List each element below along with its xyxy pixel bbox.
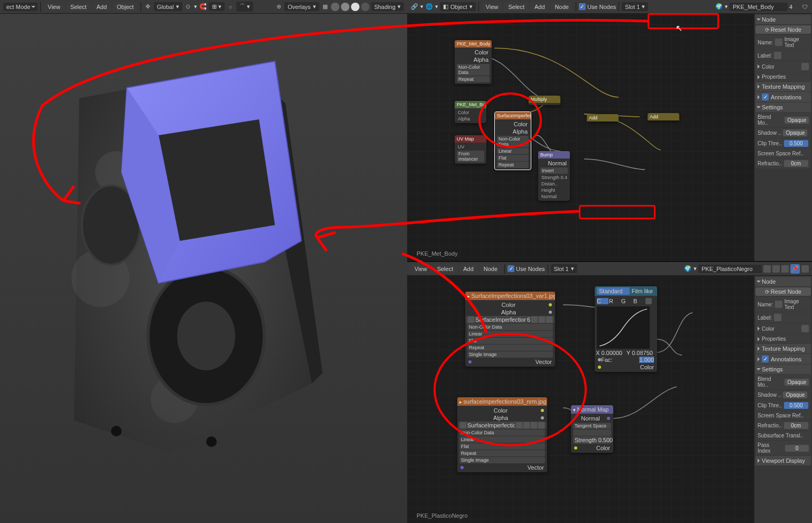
list-icon[interactable] xyxy=(801,63,809,70)
shading-lookdev-icon[interactable] xyxy=(351,3,359,11)
ne2-view[interactable]: View xyxy=(410,264,431,274)
curve-y[interactable]: Y 0.08750 xyxy=(626,350,656,356)
ne-node[interactable]: Node xyxy=(551,2,573,12)
refraction[interactable]: 0cm xyxy=(784,160,808,167)
curve-x[interactable]: X 0.00000 xyxy=(596,350,625,356)
graph-label-bottom: PKE_PlasticoNegro xyxy=(417,512,468,519)
unlink-icon[interactable] xyxy=(546,316,552,323)
blend-mode[interactable]: Opaque xyxy=(785,117,809,124)
xray-icon[interactable]: ▦ xyxy=(321,3,329,11)
shading-dropdown[interactable]: Shading ▾ xyxy=(371,2,404,11)
sect-color[interactable]: Color xyxy=(762,64,774,70)
editor-type-icon[interactable]: 🔗 xyxy=(410,3,419,11)
folder-icon[interactable] xyxy=(539,316,545,323)
node-imgtex-small[interactable]: PKE_Met_Body ColorAlpha xyxy=(455,101,486,123)
shadow-mode[interactable]: Opaque xyxy=(783,129,807,136)
shading-solid-icon[interactable] xyxy=(341,3,349,11)
ne2-select[interactable]: Select xyxy=(433,264,458,274)
unlink-icon[interactable] xyxy=(538,422,545,428)
pivot-icon[interactable]: ⊙ xyxy=(184,3,192,11)
projection-dropdown[interactable]: Flat xyxy=(467,338,553,344)
proportional-icon[interactable]: ○ xyxy=(226,3,235,11)
folder-icon[interactable] xyxy=(531,422,537,428)
ch-b[interactable]: B xyxy=(633,298,645,304)
sect-properties[interactable]: Properties xyxy=(762,74,786,80)
use-nodes-check[interactable] xyxy=(579,3,586,10)
sect-texmap[interactable]: Texture Mapping xyxy=(762,83,805,90)
node-normal-map[interactable]: ▾ Normal Map Normal Tangent Space Streng… xyxy=(571,405,613,453)
ne2-add[interactable]: Add xyxy=(459,264,478,274)
node-add[interactable]: Add xyxy=(587,114,619,122)
curve-widget[interactable] xyxy=(597,306,650,349)
shading-rendered-icon[interactable] xyxy=(361,3,370,11)
use-nodes-check-2[interactable] xyxy=(508,265,514,272)
node-imgtex-nrm[interactable]: ▸ surfaceimperfections03_nrm.jpg Color A… xyxy=(457,397,547,472)
shading-wire-icon[interactable] xyxy=(331,3,339,11)
new-icon[interactable] xyxy=(763,265,771,273)
del-icon[interactable] xyxy=(781,265,789,273)
proportional-dropdown[interactable]: ⌒ ▾ xyxy=(236,2,253,12)
menu-view[interactable]: View xyxy=(43,2,64,12)
node-curves[interactable]: StandardFilm like C R G B X 0.00000Y 0.0… xyxy=(595,286,657,372)
shield-icon[interactable]: 🛡 xyxy=(800,3,809,11)
node-imgtex2[interactable]: SurfaceImperfectio.. Color Alpha Non-Col… xyxy=(494,111,531,170)
ne-add[interactable]: Add xyxy=(530,2,549,12)
pin-icon[interactable]: 📌 xyxy=(790,264,800,274)
node-multiply[interactable]: Multiply xyxy=(529,96,560,105)
clip-threshold[interactable]: 0.500 xyxy=(784,140,808,147)
interp-dropdown[interactable]: Linear xyxy=(467,331,553,337)
dup-icon[interactable] xyxy=(516,422,522,428)
colorspace-dropdown[interactable]: Non-Color Data xyxy=(467,324,553,330)
ch-c[interactable]: C xyxy=(597,298,608,304)
ne-view[interactable]: View xyxy=(482,2,503,12)
orientation-dropdown[interactable]: Global ▾ xyxy=(154,2,182,11)
node-imgtex-body[interactable]: PKE_Met_Body Color Alpha Non-Color Data … xyxy=(455,40,492,84)
grease-icon[interactable] xyxy=(801,265,809,273)
node-imgtex-var1[interactable]: ▸ SurfaceImperfections03_var1.jpg Color … xyxy=(465,292,555,367)
world-icon[interactable]: 🌍 xyxy=(715,3,723,11)
menu-object[interactable]: Object xyxy=(113,2,138,12)
viewport-3d[interactable] xyxy=(0,14,407,523)
menu-select[interactable]: Select xyxy=(66,2,91,12)
node-graph-top[interactable]: PKE_Met_Body Color Alpha Non-Color Data … xyxy=(407,14,812,261)
annotations-check[interactable] xyxy=(762,94,769,100)
open-icon[interactable] xyxy=(523,422,530,428)
reset-node-button[interactable]: ⟳ Reset Node xyxy=(755,25,811,34)
node-uvmap[interactable]: UV Map UVFrom Instancer xyxy=(455,135,486,164)
material-users[interactable]: 4 xyxy=(789,4,799,10)
material-name-2[interactable]: PKE_PlasticoNegro xyxy=(698,265,762,273)
node-add2[interactable]: Add xyxy=(648,113,679,120)
source-dropdown[interactable]: Single Image xyxy=(467,351,553,358)
use-nodes-label-2: Use Nodes xyxy=(516,266,545,272)
open-icon[interactable] xyxy=(531,316,538,323)
node-bump[interactable]: Bump Normal Invert Strength 0.4 Distan..… xyxy=(538,151,570,201)
snap-icon[interactable]: 🧲 xyxy=(199,3,207,11)
gizmo-icon[interactable]: ⊕ xyxy=(274,3,283,11)
dup-icon[interactable] xyxy=(772,265,780,273)
world-icon-2[interactable]: 🌍 xyxy=(684,265,692,273)
extension-dropdown[interactable]: Repeat xyxy=(467,344,553,351)
label-icon[interactable] xyxy=(774,52,781,59)
tools-icon[interactable] xyxy=(645,298,652,304)
overlays-dropdown[interactable]: Overlays ▾ xyxy=(284,2,319,11)
sect-node[interactable]: Node xyxy=(762,16,776,23)
object-mode-dropdown[interactable]: ◧ Object ▾ xyxy=(440,2,476,11)
shader-type-icon[interactable]: 🌐 xyxy=(425,3,433,11)
slot-dropdown[interactable]: Slot 1 ▾ xyxy=(622,2,648,11)
sect-settings[interactable]: Settings xyxy=(762,104,783,110)
ne2-node[interactable]: Node xyxy=(479,264,502,274)
mode-dropdown[interactable]: ect Mode xyxy=(3,3,38,11)
ssr-row[interactable]: Screen Space Ref.. xyxy=(758,151,804,156)
ne-select[interactable]: Select xyxy=(504,2,529,12)
material-name[interactable]: PKE_Met_Body xyxy=(730,3,788,11)
menu-add[interactable]: Add xyxy=(92,2,111,12)
reset-node-button-2[interactable]: ⟳ Reset Node xyxy=(755,287,811,296)
name-field[interactable]: Image Text xyxy=(785,36,809,48)
ch-g[interactable]: G xyxy=(621,298,633,304)
snap-dropdown[interactable]: ⊞ ▾ xyxy=(209,2,225,11)
graph-label-top: PKE_Met_Body xyxy=(417,250,458,257)
ch-r[interactable]: R xyxy=(609,298,621,304)
cursor-icon[interactable]: ✥ xyxy=(144,3,152,11)
slot-dropdown-2[interactable]: Slot 1 ▾ xyxy=(551,264,577,273)
node-graph-bottom[interactable]: ▸ SurfaceImperfections03_var1.jpg Color … xyxy=(407,276,812,523)
